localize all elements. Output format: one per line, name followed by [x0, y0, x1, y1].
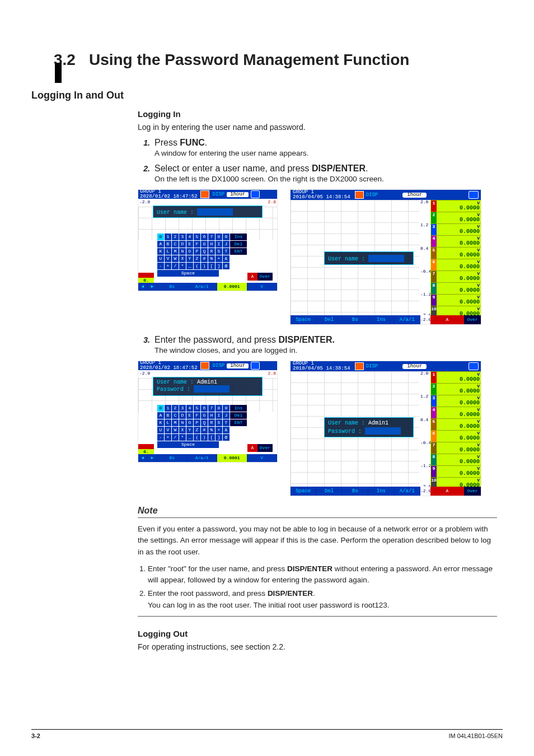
- key-M[interactable]: M: [172, 419, 179, 426]
- key-Ins[interactable]: Ins: [230, 234, 247, 240]
- key-_[interactable]: _: [186, 434, 193, 441]
- camera-icon[interactable]: [251, 362, 260, 370]
- camera-icon[interactable]: [251, 190, 260, 198]
- key-U[interactable]: U: [157, 427, 164, 433]
- key-D[interactable]: D: [179, 412, 186, 419]
- key-Z[interactable]: Z: [194, 427, 200, 433]
- key-6[interactable]: 6: [201, 405, 208, 412]
- key-3[interactable]: 3: [179, 405, 186, 412]
- key-][interactable]: ]: [216, 434, 222, 441]
- softkey[interactable]: ◄: [138, 283, 148, 291]
- key-+[interactable]: +: [216, 427, 222, 433]
- key-#[interactable]: #: [201, 255, 208, 262]
- key-4[interactable]: 4: [186, 234, 193, 240]
- key-[[interactable]: [: [208, 263, 215, 269]
- duration-pill[interactable]: 1hour: [227, 363, 249, 368]
- key-5[interactable]: 5: [194, 405, 200, 412]
- key-/[interactable]: /: [172, 263, 179, 269]
- key-I[interactable]: I: [216, 412, 222, 419]
- key-Del[interactable]: Del: [230, 241, 247, 248]
- key-L[interactable]: L: [165, 248, 171, 255]
- duration-pill[interactable]: 1hour: [402, 193, 427, 198]
- key-%[interactable]: %: [208, 427, 215, 433]
- softkey[interactable]: Bs: [157, 454, 188, 462]
- key-S[interactable]: S: [216, 248, 222, 255]
- softkey[interactable]: ◄: [138, 454, 148, 462]
- key-space[interactable]: Space: [157, 441, 219, 448]
- key-&[interactable]: &: [223, 255, 229, 262]
- key-)[interactable]: ): [201, 434, 208, 441]
- key-1[interactable]: 1: [165, 405, 171, 412]
- key-E[interactable]: E: [186, 412, 193, 419]
- key-M[interactable]: M: [172, 248, 179, 255]
- key-O[interactable]: O: [186, 248, 193, 255]
- key-F[interactable]: F: [194, 241, 200, 248]
- softkey[interactable]: Space: [291, 315, 316, 324]
- key-2[interactable]: 2: [172, 405, 179, 412]
- key-8[interactable]: 8: [216, 405, 222, 412]
- key-space[interactable]: Space: [157, 270, 219, 277]
- key-E[interactable]: E: [186, 241, 193, 248]
- softkey[interactable]: Ins: [368, 487, 394, 496]
- key-Q[interactable]: Q: [201, 248, 208, 255]
- key-V[interactable]: V: [165, 255, 171, 262]
- softkey[interactable]: Del: [316, 487, 342, 496]
- key-N[interactable]: N: [179, 248, 186, 255]
- key-([interactable]: (: [194, 263, 200, 269]
- key-Q[interactable]: Q: [201, 419, 208, 426]
- key-A[interactable]: A: [157, 241, 164, 248]
- key-C[interactable]: C: [172, 241, 179, 248]
- duration-pill[interactable]: 1hour: [402, 364, 427, 369]
- key-([interactable]: (: [194, 434, 200, 441]
- key-O[interactable]: O: [186, 419, 193, 426]
- softkey[interactable]: Space: [291, 487, 316, 496]
- key-_[interactable]: _: [186, 263, 193, 269]
- key-C[interactable]: C: [172, 412, 179, 419]
- key-W[interactable]: W: [172, 255, 179, 262]
- key-R[interactable]: R: [208, 248, 215, 255]
- key-][interactable]: ]: [216, 263, 222, 269]
- key-H[interactable]: H: [208, 412, 215, 419]
- softkey[interactable]: ►: [148, 454, 157, 462]
- key-8[interactable]: 8: [216, 234, 222, 240]
- key-7[interactable]: 7: [208, 405, 215, 412]
- key-[[interactable]: [: [208, 434, 215, 441]
- key-%[interactable]: %: [208, 255, 215, 262]
- key-4[interactable]: 4: [186, 405, 193, 412]
- key-F[interactable]: F: [194, 412, 200, 419]
- camera-icon[interactable]: [469, 362, 479, 370]
- key-Y[interactable]: Y: [186, 255, 193, 262]
- password-input[interactable]: [194, 385, 229, 393]
- key-#[interactable]: #: [201, 427, 208, 433]
- key-6[interactable]: 6: [201, 234, 208, 240]
- key-H[interactable]: H: [208, 241, 215, 248]
- key-K[interactable]: K: [157, 419, 164, 426]
- key-G[interactable]: G: [201, 241, 208, 248]
- key-T[interactable]: T: [223, 419, 229, 426]
- key-0[interactable]: 0: [157, 405, 164, 412]
- softkey[interactable]: 0.0001: [217, 283, 247, 291]
- softkey[interactable]: Bs: [343, 315, 368, 324]
- key-P[interactable]: P: [194, 248, 200, 255]
- key-+[interactable]: +: [165, 263, 171, 269]
- key-ENT[interactable]: ENT: [230, 248, 247, 255]
- key-J[interactable]: J: [223, 241, 229, 248]
- key-S[interactable]: S: [216, 419, 222, 426]
- key-1[interactable]: 1: [165, 234, 171, 240]
- key-U[interactable]: U: [157, 255, 164, 262]
- key-L[interactable]: L: [165, 419, 171, 426]
- key-@[interactable]: @: [223, 434, 229, 441]
- key-G[interactable]: G: [201, 412, 208, 419]
- username-input[interactable]: [368, 255, 404, 262]
- softkey[interactable]: A/a/1: [395, 487, 420, 496]
- key-ENT[interactable]: ENT: [230, 419, 247, 426]
- softkey[interactable]: Del: [316, 315, 342, 324]
- key-K[interactable]: K: [157, 248, 164, 255]
- key-T[interactable]: T: [223, 248, 229, 255]
- key-9[interactable]: 9: [223, 405, 229, 412]
- softkey[interactable]: V: [247, 454, 278, 462]
- key-*[interactable]: *: [179, 263, 186, 269]
- key-Del[interactable]: Del: [230, 412, 247, 419]
- softkey[interactable]: Ins: [368, 315, 394, 324]
- softkey[interactable]: A/a/1: [395, 315, 420, 324]
